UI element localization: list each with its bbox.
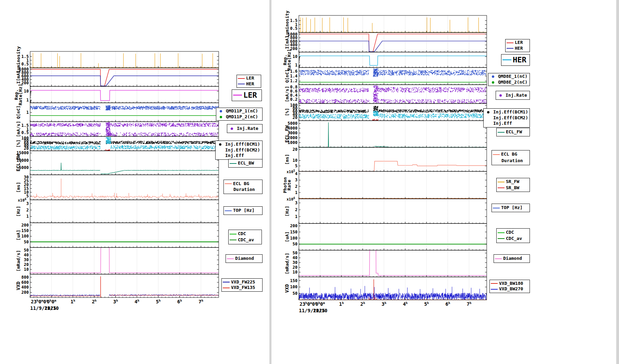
svg-text:ECL_FW: ECL_FW	[284, 125, 290, 143]
legend-line-icon	[498, 182, 505, 182]
legend-label: Inj.Rate	[237, 126, 258, 131]
svg-text:2h: 2h	[360, 301, 365, 307]
accelerator-monitor-page: 0.511.5Luminosity2004006008001000I[mA]11…	[0, 0, 619, 364]
svg-text:100: 100	[290, 284, 298, 289]
svg-text:4h: 4h	[135, 299, 139, 304]
legend-line-icon	[230, 240, 236, 240]
legend-label: TOP [Hz]	[501, 205, 523, 210]
svg-text:5: 5	[295, 163, 298, 168]
legend-item: CDC_av	[498, 236, 529, 241]
legend-item: VXD_BW270	[491, 287, 529, 292]
svg-text:200: 200	[290, 223, 298, 228]
svg-text:5h: 5h	[156, 299, 161, 304]
svg-text:800: 800	[21, 275, 29, 280]
svg-text:5000: 5000	[288, 121, 298, 126]
legend-label: LER	[515, 40, 523, 45]
svg-text:[%]: [%]	[16, 139, 21, 147]
legend-label: Duration	[501, 158, 523, 163]
legend-vxd: VXD_BW180VXD_BW270	[489, 280, 530, 293]
svg-text:23h0m0s: 23h0m0s	[31, 299, 48, 304]
svg-text:7h: 7h	[198, 299, 203, 304]
legend-ecl-bg: ECL BGDuration	[223, 180, 263, 194]
svg-text:3: 3	[26, 201, 29, 206]
svg-text:150: 150	[290, 230, 298, 234]
legend-diamond: Diamond	[494, 254, 530, 263]
svg-text:1: 1	[295, 190, 298, 195]
svg-text:100: 100	[290, 236, 298, 241]
svg-text:150: 150	[21, 228, 29, 233]
legend-item: Inj.Eff	[217, 153, 261, 158]
legend-item: ECL BG	[493, 152, 529, 157]
legend-item: TOP [Hz]	[493, 205, 529, 210]
svg-text:100: 100	[290, 103, 298, 108]
legend-rep-rate: LER	[232, 89, 262, 101]
legend-line-icon	[238, 84, 245, 84]
svg-text:150: 150	[290, 278, 298, 283]
legend-label: CDC_av	[506, 236, 522, 241]
legend-dot-icon	[220, 116, 222, 118]
svg-text:Q[nC]: Q[nC]	[16, 106, 21, 119]
legend-rep-rate: HER	[501, 54, 530, 66]
svg-text:Rate: Rate	[287, 180, 292, 190]
legend-line-icon	[507, 48, 513, 49]
legend-item: Inj.Eff(BCM1)	[217, 142, 261, 147]
legend-label: TOP [Hz]	[233, 208, 255, 213]
legend-label: LER	[243, 91, 257, 99]
legend-item: Inj.Eff	[485, 121, 529, 126]
svg-text:3: 3	[295, 201, 298, 205]
legend-dot-icon	[492, 81, 494, 84]
legend-top: TOP [Hz]	[223, 206, 263, 215]
svg-text:40: 40	[24, 253, 29, 257]
svg-text:0.8: 0.8	[290, 85, 298, 89]
legend-dot-icon	[231, 128, 233, 130]
legend-dot-icon	[220, 110, 222, 112]
legend-line-icon	[495, 258, 502, 259]
legend-label: VXD_BW270	[499, 287, 523, 292]
legend-line-icon	[227, 258, 234, 259]
legend-item: Inj.Eff(BCM2)	[217, 148, 261, 153]
legend-line-icon	[498, 238, 505, 239]
legend-label: ECL BG	[233, 181, 249, 186]
svg-text:I[mA]: I[mA]	[284, 36, 290, 49]
legend-label: Inj.Eff(BCM1)	[225, 142, 260, 147]
legend-item: QMD8E_1(nC)	[489, 74, 529, 79]
svg-text:600: 600	[21, 280, 29, 285]
legend-cdc: CDCCDC_av	[496, 228, 530, 243]
svg-text:11/10: 11/10	[44, 305, 59, 311]
svg-text:100: 100	[21, 136, 29, 141]
legend-line-icon	[225, 210, 232, 211]
svg-text:0.2: 0.2	[290, 97, 298, 102]
legend-label: VXD_BW180	[499, 281, 523, 286]
legend-label: SR_FW	[506, 179, 519, 184]
legend-label: Duration	[233, 187, 255, 192]
legend-label: HER	[246, 82, 254, 87]
legend-currents: LERHER	[236, 75, 261, 88]
svg-text:50: 50	[24, 248, 29, 253]
legend-label: Inj.Eff(BCM2)	[225, 148, 260, 153]
legend-label: CDC	[506, 230, 514, 235]
svg-text:7h: 7h	[467, 301, 472, 307]
legend-inj-eff: Inj.Eff(BCM1)Inj.Eff(BCM2)Inj.Eff	[215, 141, 263, 160]
svg-text:30: 30	[24, 257, 29, 262]
legend-item: Inj.Eff(BCM2)	[485, 116, 529, 121]
legend-item: SR_BW	[498, 185, 529, 191]
svg-text:1: 1	[295, 63, 298, 68]
svg-text:10: 10	[24, 89, 29, 94]
legend-item: ECL_FW	[498, 130, 529, 135]
legend-label: QMD8E_2(nC)	[498, 80, 527, 85]
svg-text:50: 50	[293, 242, 298, 246]
svg-text:400: 400	[21, 285, 29, 290]
svg-text:Rate[Hz]: Rate[Hz]	[18, 84, 23, 106]
legend-line-icon	[223, 288, 230, 288]
svg-text:10: 10	[293, 270, 298, 275]
legend-ecl-bw: ECL_BW	[228, 159, 263, 168]
legend-item: LER	[233, 91, 260, 99]
legend-label: QMD11P_1(nC)	[226, 109, 258, 114]
legend-item: Duration	[225, 187, 261, 192]
legend-currents: LERHER	[505, 39, 530, 52]
svg-text:40: 40	[293, 255, 298, 260]
svg-text:200: 200	[21, 290, 29, 295]
svg-text:2: 2	[26, 208, 29, 213]
legend-item: LER	[507, 40, 529, 45]
legend-item: LER	[238, 76, 260, 81]
